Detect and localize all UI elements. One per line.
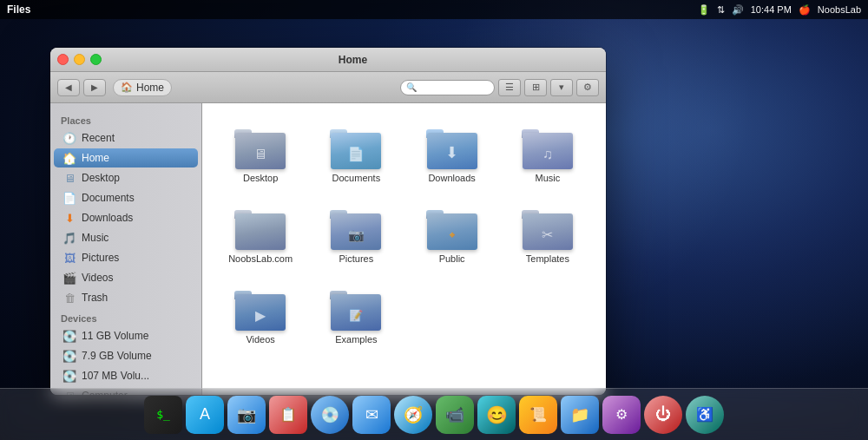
sidebar-label-desktop: Desktop (82, 172, 120, 184)
sidebar-label-downloads: Downloads (82, 212, 133, 224)
file-item-public[interactable]: 🔸 Public (408, 198, 496, 272)
window-title: Home (107, 54, 599, 66)
dock: $_ A 📷 📋 💿 ✉ 🧭 📹 😊 📜 📁 ⚙ ⏻ ♿ (0, 388, 868, 440)
dock-item-scripts[interactable]: 📜 (519, 396, 557, 434)
file-item-noobslab[interactable]: NoobsLab.com (216, 198, 305, 272)
sidebar-item-7gb[interactable]: 💽 7.9 GB Volume (54, 346, 198, 365)
file-label-noobslab: NoobsLab.com (228, 253, 293, 265)
dock-item-accessibility[interactable]: ♿ (686, 396, 724, 434)
menubar: Files 🔋 ⇅ 🔊 10:44 PM 🍎 NoobsLab (0, 0, 868, 19)
sidebar-label-home: Home (82, 152, 109, 164)
sidebar-label-11gb: 11 GB Volume (82, 330, 148, 342)
desktop-icon: 🖥 (62, 171, 76, 185)
app-name: Files (7, 3, 30, 16)
minimize-button[interactable] (74, 54, 85, 65)
drive-7gb-icon: 💽 (62, 349, 76, 363)
breadcrumb[interactable]: 🏠 Home (113, 79, 172, 96)
sidebar-label-documents: Documents (82, 192, 135, 204)
sidebar-label-107mb: 107 MB Volu... (82, 370, 149, 382)
sidebar-item-desktop[interactable]: 🖥 Desktop (54, 168, 198, 187)
back-button[interactable]: ◀ (57, 79, 80, 96)
file-item-downloads[interactable]: ⬇ Downloads (408, 117, 496, 191)
places-header: Places (50, 110, 201, 128)
dock-item-safari[interactable]: 🧭 (394, 396, 432, 434)
sidebar-item-home[interactable]: 🏠 Home (54, 148, 198, 167)
videos-icon: 🎬 (62, 271, 76, 285)
dock-item-terminal[interactable]: $_ (144, 396, 182, 434)
dock-item-dvd[interactable]: 💿 (311, 396, 349, 434)
music-icon: 🎵 (62, 231, 76, 245)
close-button[interactable] (57, 54, 69, 65)
dock-item-apps[interactable]: ⚙ (602, 396, 641, 434)
menubar-noobslab: NoobsLab (818, 4, 861, 15)
dock-item-facetime[interactable]: 📹 (436, 396, 474, 434)
sidebar-item-videos[interactable]: 🎬 Videos (54, 268, 198, 287)
file-label-music: Music (536, 173, 561, 184)
menubar-time: 10:44 PM (751, 4, 792, 15)
breadcrumb-label: Home (136, 82, 164, 94)
toolbar: ◀ ▶ 🏠 Home 🔍 ☰ ⊞ ▾ ⚙ (50, 72, 606, 103)
forward-button[interactable]: ▶ (83, 79, 106, 96)
drive-11gb-icon: 💽 (62, 329, 76, 343)
sidebar-item-downloads[interactable]: ⬇ Downloads (54, 208, 198, 227)
finder-window: Home ◀ ▶ 🏠 Home 🔍 ☰ ⊞ ▾ ⚙ Places 🕐 Rece (50, 48, 606, 395)
file-label-downloads: Downloads (428, 173, 475, 184)
file-label-public: Public (439, 253, 465, 265)
search-icon: 🔍 (406, 82, 417, 92)
documents-icon: 📄 (62, 191, 76, 205)
title-bar: Home (50, 48, 606, 72)
maximize-button[interactable] (90, 54, 102, 65)
sidebar-item-trash[interactable]: 🗑 Trash (54, 288, 198, 307)
pictures-icon: 🖼 (62, 251, 76, 265)
sidebar: Places 🕐 Recent 🏠 Home 🖥 Desktop 📄 Docum… (50, 103, 202, 395)
sidebar-item-107mb[interactable]: 💽 107 MB Volu... (54, 366, 198, 385)
file-item-desktop[interactable]: 🖥 Desktop (216, 117, 305, 191)
sidebar-label-recent: Recent (82, 132, 115, 144)
dock-item-appstore[interactable]: A (186, 396, 224, 434)
sidebar-label-trash: Trash (82, 292, 108, 304)
file-label-videos: Videos (246, 334, 274, 345)
dock-item-iphoto[interactable]: 📷 (227, 396, 266, 434)
file-label-pictures: Pictures (339, 253, 374, 265)
file-item-videos[interactable]: ▶ Videos (216, 279, 305, 352)
devices-header: Devices (50, 308, 201, 325)
sidebar-label-7gb: 7.9 GB Volume (82, 350, 152, 362)
file-item-documents[interactable]: 📄 Documents (312, 117, 400, 191)
downloads-icon: ⬇ (62, 211, 76, 225)
file-item-pictures[interactable]: 📷 Pictures (312, 198, 400, 272)
menubar-volume-icon: 🔊 (732, 4, 744, 16)
home-icon: 🏠 (121, 82, 133, 93)
recent-icon: 🕐 (62, 131, 76, 145)
file-label-templates: Templates (526, 253, 569, 265)
file-label-desktop: Desktop (243, 173, 278, 184)
menubar-apple-icon: 🍎 (799, 4, 811, 16)
dock-item-finder[interactable]: 😊 (477, 396, 516, 434)
sort-button[interactable]: ▾ (550, 79, 573, 96)
sidebar-label-videos: Videos (82, 272, 113, 284)
file-area: 🖥 Desktop 📄 Documents (202, 103, 606, 395)
settings-button[interactable]: ⚙ (576, 79, 599, 96)
search-input[interactable] (419, 82, 489, 93)
file-label-documents: Documents (332, 173, 381, 184)
sidebar-item-11gb[interactable]: 💽 11 GB Volume (54, 326, 198, 345)
sidebar-item-documents[interactable]: 📄 Documents (54, 188, 198, 207)
file-item-music[interactable]: ♫ Music (503, 117, 592, 191)
sidebar-item-music[interactable]: 🎵 Music (54, 228, 198, 247)
content-area: Places 🕐 Recent 🏠 Home 🖥 Desktop 📄 Docum… (50, 103, 606, 395)
search-box[interactable]: 🔍 (400, 80, 495, 95)
file-item-examples[interactable]: 📝 Examples (312, 279, 400, 352)
list-view-button[interactable]: ☰ (498, 79, 521, 96)
file-label-examples: Examples (335, 334, 377, 345)
grid-view-button[interactable]: ⊞ (524, 79, 547, 96)
sidebar-item-recent[interactable]: 🕐 Recent (54, 128, 198, 148)
sidebar-label-pictures: Pictures (82, 252, 119, 264)
file-item-templates[interactable]: ✂ Templates (503, 198, 592, 272)
dock-item-contacts[interactable]: 📋 (269, 396, 307, 434)
menubar-sync-icon: ⇅ (717, 4, 725, 16)
sidebar-item-pictures[interactable]: 🖼 Pictures (54, 248, 198, 267)
menubar-battery-icon: 🔋 (698, 4, 710, 16)
dock-item-shutdown[interactable]: ⏻ (644, 396, 682, 434)
dock-item-folder[interactable]: 📁 (561, 396, 599, 434)
home-sidebar-icon: 🏠 (62, 151, 76, 165)
dock-item-mail[interactable]: ✉ (352, 396, 391, 434)
